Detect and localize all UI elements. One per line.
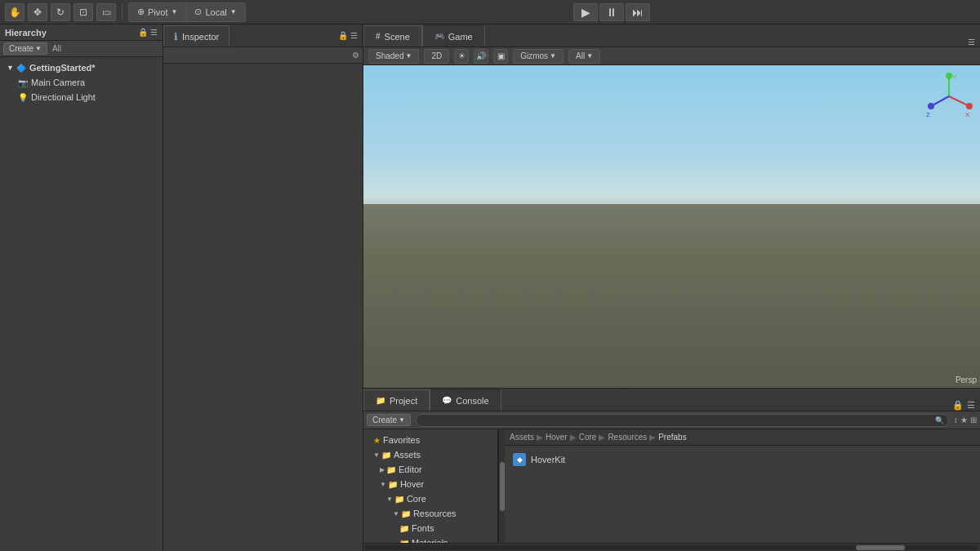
scene-sky <box>363 65 980 211</box>
project-lock-icon[interactable]: 🔒 <box>952 400 964 411</box>
camera-label: Main Camera <box>31 78 85 87</box>
move-tool-icon[interactable]: ✥ <box>28 3 47 21</box>
scene-panel-icons: ☰ <box>963 38 980 47</box>
tree-hover[interactable]: ▼ 📁 Hover <box>363 477 497 491</box>
asset-hoverkit[interactable]: ◆ HoverKit <box>510 451 975 469</box>
scene-viewport[interactable]: Y X Z Persp <box>363 65 980 388</box>
breadcrumb-assets[interactable]: Assets <box>510 433 534 442</box>
scene-grid <box>363 283 980 388</box>
scrollbar-thumb <box>856 545 905 550</box>
hierarchy-main-camera[interactable]: 📷 Main Camera <box>0 75 163 90</box>
inspector-lock-icon[interactable]: 🔒 <box>338 31 348 40</box>
tree-scrollbar[interactable] <box>498 429 505 543</box>
project-view-icon[interactable]: ⊞ <box>970 415 977 424</box>
project-toolbar: Create ▼ 🔍 ↕ ★ ⊞ <box>363 411 980 429</box>
project-tab-label: Project <box>390 396 417 406</box>
gizmos-button[interactable]: Gizmos ▼ <box>513 49 564 64</box>
fonts-label: Fonts <box>412 523 434 533</box>
breadcrumb-core[interactable]: Core <box>579 433 597 442</box>
scrollbar-track <box>365 545 978 550</box>
tree-materials[interactable]: 📁 Materials <box>363 535 497 543</box>
scene-panel-menu-icon[interactable]: ☰ <box>968 38 975 47</box>
shading-button[interactable]: Shaded ▼ <box>368 49 419 64</box>
console-tab-label: Console <box>456 396 488 406</box>
toolbar-sep-1 <box>122 4 122 20</box>
editor-folder-icon: 📁 <box>386 465 396 474</box>
inspector-toolbar-icon-1[interactable]: ⚙ <box>352 51 359 60</box>
pivot-button[interactable]: ⊕ Pivot ▼ <box>129 3 186 21</box>
tree-editor[interactable]: ▶ 📁 Editor <box>363 462 497 477</box>
step-button[interactable]: ⏭ <box>626 3 650 21</box>
create-dropdown-icon: ▼ <box>35 45 42 52</box>
scene-persp-label: Persp <box>956 375 977 384</box>
tree-fonts[interactable]: 📁 Fonts <box>363 521 497 535</box>
hierarchy-scene-item[interactable]: ▼ 🔷 GettingStarted* <box>0 60 163 75</box>
main-layout: Hierarchy 🔒 ☰ Create ▼ All ▼ 🔷 GettingSt… <box>0 24 980 551</box>
inspector-menu-icon[interactable]: ☰ <box>350 31 358 40</box>
audio-toggle-icon[interactable]: 🔊 <box>474 49 488 64</box>
hover-label: Hover <box>400 479 424 489</box>
project-tab[interactable]: 📁 Project <box>363 389 430 411</box>
svg-line-3 <box>949 96 969 106</box>
hierarchy-panel: Hierarchy 🔒 ☰ Create ▼ All ▼ 🔷 GettingSt… <box>0 24 163 551</box>
all-layers-button[interactable]: All ▼ <box>568 49 600 64</box>
tree-assets[interactable]: ▼ 📁 Assets <box>363 447 497 462</box>
2d-button[interactable]: 2D <box>424 49 449 64</box>
all-layers-label: All <box>576 51 585 60</box>
play-controls: ▶ ⏸ ⏭ <box>573 3 650 21</box>
bottom-scrollbar[interactable] <box>363 543 980 551</box>
game-tab[interactable]: 🎮 Game <box>422 25 485 47</box>
breadcrumb-arrow-1: ▶ <box>537 433 543 442</box>
rotate-tool-icon[interactable]: ↻ <box>51 3 70 21</box>
project-search-input[interactable] <box>421 415 932 424</box>
breadcrumb-arrow-2: ▶ <box>570 433 577 442</box>
inspector-panel-icons: 🔒 ☰ <box>333 31 363 40</box>
light-label: Directional Light <box>31 92 96 102</box>
play-button[interactable]: ▶ <box>573 3 598 21</box>
breadcrumb-prefabs[interactable]: Prefabs <box>658 433 686 442</box>
core-arrow-icon: ▼ <box>386 495 393 503</box>
scale-tool-icon[interactable]: ⊡ <box>74 3 93 21</box>
hierarchy-directional-light[interactable]: 💡 Directional Light <box>0 90 163 104</box>
project-menu-icon[interactable]: ☰ <box>967 400 975 411</box>
hierarchy-lock-icon[interactable]: 🔒 <box>138 28 148 37</box>
lighting-toggle-icon[interactable]: ☀ <box>454 49 469 64</box>
effects-toggle-icon[interactable]: ▣ <box>493 49 508 64</box>
project-sort-icon[interactable]: ↕ <box>954 415 958 424</box>
inspector-tab[interactable]: ℹ Inspector <box>163 25 229 47</box>
breadcrumb-resources[interactable]: Resources <box>608 433 647 442</box>
project-star-icon[interactable]: ★ <box>960 415 968 424</box>
console-tab[interactable]: 💬 Console <box>430 389 501 411</box>
shading-dropdown-icon: ▼ <box>405 52 412 60</box>
search-icon: 🔍 <box>935 416 944 424</box>
breadcrumb-hover[interactable]: Hover <box>546 433 568 442</box>
hierarchy-create-button[interactable]: Create ▼ <box>3 42 47 55</box>
asset-content: ◆ HoverKit <box>505 446 980 543</box>
inspector-tab-label: Inspector <box>182 32 219 42</box>
project-tabs: 📁 Project 💬 Console <box>363 389 501 411</box>
hoverkit-label: HoverKit <box>531 455 565 464</box>
project-create-button[interactable]: Create ▼ <box>367 414 411 426</box>
resources-folder-icon: 📁 <box>401 509 411 518</box>
local-button[interactable]: ⊙ Local ▼ <box>186 3 244 21</box>
rect-tool-icon[interactable]: ▭ <box>96 3 116 21</box>
2d-label: 2D <box>431 51 442 60</box>
tree-favorites[interactable]: ★ Favorites <box>363 433 497 447</box>
project-content: ★ Favorites ▼ 📁 Assets ▶ <box>363 429 980 543</box>
hand-tool-icon[interactable]: ✋ <box>5 3 24 21</box>
inspector-toolbar: ⚙ <box>163 47 363 64</box>
tree-core[interactable]: ▼ 📁 Core <box>363 491 497 506</box>
favorites-star-icon: ★ <box>373 436 381 445</box>
tree-resources[interactable]: ▼ 📁 Resources <box>363 506 497 521</box>
scene-tab-icon: # <box>376 32 381 41</box>
hierarchy-menu-icon[interactable]: ☰ <box>150 28 158 37</box>
asset-view: Assets ▶ Hover ▶ Core ▶ Resources ▶ Pref… <box>505 429 980 543</box>
fonts-folder-icon: 📁 <box>399 524 409 533</box>
breadcrumb-arrow-4: ▶ <box>649 433 656 442</box>
svg-point-7 <box>928 103 934 109</box>
game-tab-label: Game <box>448 32 473 42</box>
scene-icon: 🔷 <box>16 64 26 73</box>
scene-tab[interactable]: # Scene <box>363 25 422 47</box>
pause-button[interactable]: ⏸ <box>599 3 624 21</box>
console-tab-icon: 💬 <box>442 396 452 405</box>
